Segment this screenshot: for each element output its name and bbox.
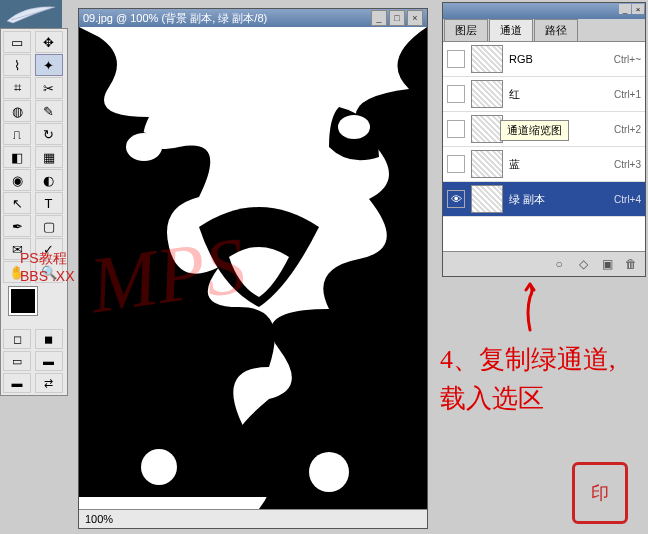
channel-list: RGBCtrl+~ 红Ctrl+1 Ctrl+2 蓝Ctrl+3 👁绿 副本Ct… (443, 42, 645, 251)
marquee-tool[interactable]: ▭ (3, 31, 31, 53)
toolbox: ▭✥ ⌇✦ ⌗✂ ◍✎ ⎍↻ ◧▦ ◉◐ ↖T ✒▢ ✉✓ ✋🔍 ◻◼ ▭▬ ▬… (0, 28, 68, 396)
visibility-toggle[interactable]: 👁 (447, 190, 465, 208)
channel-thumb[interactable] (471, 45, 503, 73)
jump-to[interactable]: ⇄ (35, 373, 63, 393)
visibility-toggle[interactable] (447, 50, 465, 68)
tab-channels[interactable]: 通道 (489, 19, 533, 41)
slice-tool[interactable]: ✂ (35, 77, 63, 99)
path-tool[interactable]: ↖ (3, 192, 31, 214)
standard-mode[interactable]: ◻ (3, 329, 31, 349)
heal-tool[interactable]: ◍ (3, 100, 31, 122)
channel-rgb[interactable]: RGBCtrl+~ (443, 42, 645, 77)
tab-paths[interactable]: 路径 (534, 19, 578, 41)
canvas[interactable] (79, 27, 427, 509)
visibility-toggle[interactable] (447, 155, 465, 173)
load-selection-icon[interactable]: ○ (551, 256, 567, 272)
lasso-tool[interactable]: ⌇ (3, 54, 31, 76)
channel-thumb[interactable] (471, 150, 503, 178)
panel-tabs: 图层 通道 路径 (443, 19, 645, 42)
wand-tool[interactable]: ✦ (35, 54, 63, 76)
tooltip: 通道缩览图 (500, 120, 569, 141)
annotation-text: 4、复制绿通道,载入选区 (440, 340, 640, 418)
svg-point-4 (309, 452, 349, 492)
screen-mode-2[interactable]: ▬ (35, 351, 63, 371)
titlebar[interactable]: 09.jpg @ 100% (背景 副本, 绿 副本/8)_□× (79, 9, 427, 27)
tab-layers[interactable]: 图层 (444, 19, 488, 41)
panel-close[interactable]: × (632, 4, 644, 14)
zoom-level[interactable]: 100% (85, 513, 113, 525)
channel-blue[interactable]: 蓝Ctrl+3 (443, 147, 645, 182)
visibility-toggle[interactable] (447, 120, 465, 138)
channel-green-copy[interactable]: 👁绿 副本Ctrl+4 (443, 182, 645, 217)
document-window: 09.jpg @ 100% (背景 副本, 绿 副本/8)_□× 100% (78, 8, 428, 529)
annotation-arrow (520, 282, 540, 332)
new-channel-icon[interactable]: ▣ (599, 256, 615, 272)
shape-tool[interactable]: ▢ (35, 215, 63, 237)
panel-footer: ○ ◇ ▣ 🗑 (443, 251, 645, 276)
history-brush-tool[interactable]: ↻ (35, 123, 63, 145)
channel-thumb[interactable] (471, 115, 503, 143)
channel-thumb[interactable] (471, 80, 503, 108)
type-tool[interactable]: T (35, 192, 63, 214)
blur-tool[interactable]: ◉ (3, 169, 31, 191)
crop-tool[interactable]: ⌗ (3, 77, 31, 99)
brush-tool[interactable]: ✎ (35, 100, 63, 122)
eraser-tool[interactable]: ◧ (3, 146, 31, 168)
seal-stamp: 印 (572, 462, 628, 524)
gradient-tool[interactable]: ▦ (35, 146, 63, 168)
svg-point-6 (338, 115, 370, 139)
pen-tool[interactable]: ✒ (3, 215, 31, 237)
status-bar: 100% (79, 509, 427, 528)
min-button[interactable]: _ (371, 10, 387, 26)
color-swatches[interactable] (3, 287, 65, 325)
channel-red[interactable]: 红Ctrl+1 (443, 77, 645, 112)
save-selection-icon[interactable]: ◇ (575, 256, 591, 272)
dodge-tool[interactable]: ◐ (35, 169, 63, 191)
panel-min[interactable]: _ (619, 4, 631, 14)
doc-title: 09.jpg @ 100% (背景 副本, 绿 副本/8) (83, 11, 267, 26)
visibility-toggle[interactable] (447, 85, 465, 103)
channel-thumb[interactable] (471, 185, 503, 213)
watermark-text: PS教程BBS .XX (20, 250, 74, 284)
fg-color[interactable] (9, 287, 37, 315)
screen-mode-1[interactable]: ▭ (3, 351, 31, 371)
screen-mode-3[interactable]: ▬ (3, 373, 31, 393)
stamp-tool[interactable]: ⎍ (3, 123, 31, 145)
app-logo (0, 0, 62, 28)
close-button[interactable]: × (407, 10, 423, 26)
quickmask-mode[interactable]: ◼ (35, 329, 63, 349)
svg-point-3 (141, 449, 177, 485)
max-button[interactable]: □ (389, 10, 405, 26)
delete-channel-icon[interactable]: 🗑 (623, 256, 639, 272)
move-tool[interactable]: ✥ (35, 31, 63, 53)
svg-point-5 (126, 133, 162, 161)
